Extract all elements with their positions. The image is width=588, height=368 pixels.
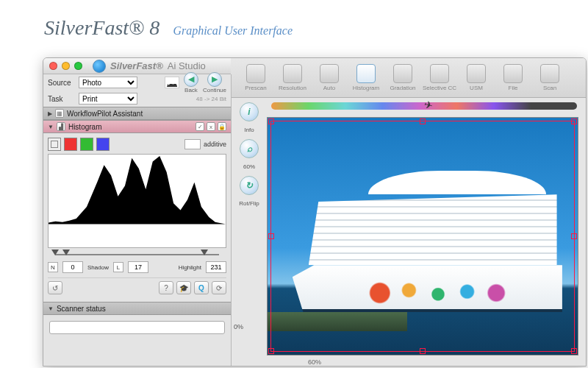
toolbar-scan[interactable]: Scan — [532, 64, 567, 91]
zoom-icon[interactable] — [74, 62, 82, 70]
histogram-header[interactable]: ▼ ▟ Histogram ✓ x 🔒 — [43, 120, 231, 133]
histogram-footer-icons: ↺ ? 🎓 Q ⟳ — [48, 277, 226, 297]
source-select[interactable]: Photo — [79, 77, 137, 88]
selective cc-icon — [430, 64, 449, 83]
preview-area[interactable] — [267, 117, 578, 355]
zoom-footer: 60% — [308, 358, 321, 366]
shadow-label: Shadow — [87, 264, 109, 271]
channel-green-button[interactable] — [80, 138, 93, 151]
scan-icon — [540, 64, 559, 83]
app-edition: Ai Studio — [168, 60, 206, 71]
title-sub: Graphical User Interface — [173, 24, 293, 38]
resolution-icon — [283, 64, 302, 83]
histogram-chart — [48, 154, 226, 248]
n-toggle[interactable]: N — [48, 262, 58, 272]
task-select[interactable]: Print — [79, 93, 137, 105]
cancel-icon[interactable]: x — [207, 122, 215, 131]
histogram-icon — [356, 64, 376, 83]
continue-arrow-icon: ▶ — [207, 72, 222, 87]
expert-icon[interactable]: 🎓 — [176, 281, 191, 294]
apply-icon[interactable]: ✓ — [196, 122, 204, 131]
rotflip-label: Rot/Flip — [239, 201, 259, 207]
expand-icon: ▼ — [48, 305, 54, 312]
panel-title: WorkflowPilot Assistant — [67, 110, 143, 118]
channel-blue-button[interactable] — [96, 138, 110, 151]
gradation-icon — [393, 64, 412, 83]
close-icon[interactable] — [49, 62, 57, 70]
help-icon[interactable]: ? — [159, 281, 173, 294]
zoom-button[interactable]: ⌕ — [240, 139, 259, 158]
file-icon — [503, 64, 523, 83]
workflow-assistant-icon: ▦ — [55, 109, 64, 118]
shadow-input[interactable] — [62, 261, 83, 273]
progress-bar: 0% — [49, 321, 225, 334]
histogram-values: N Shadow L Highlight — [48, 261, 226, 273]
minimize-icon[interactable] — [62, 62, 70, 70]
usm-icon — [467, 64, 486, 83]
histogram-area-icon — [49, 155, 226, 224]
expand-icon: ▼ — [48, 124, 54, 130]
channel-row: additive — [48, 138, 226, 151]
panel-title: Histogram — [68, 123, 102, 131]
reset-icon[interactable]: ↺ — [48, 281, 62, 294]
collapse-icon: ▶ — [48, 110, 52, 117]
continue-button[interactable]: ▶ Continue — [203, 72, 226, 93]
mode-icon — [184, 139, 201, 149]
scanner-status-header[interactable]: ▼ Scanner status — [43, 302, 231, 315]
workflow-assistant-header[interactable]: ▶ ▦ WorkflowPilot Assistant — [43, 107, 231, 120]
preview-image — [268, 118, 578, 355]
page-title: SilverFast® 8 Graphical User Interface — [0, 0, 588, 46]
toolbar-auto[interactable]: Auto — [312, 64, 347, 91]
app-window: SilverFast® Ai Studio WorkflowPilot Pres… — [43, 57, 587, 367]
vertical-toolbar: i Info ⌕ 60% ↻ Rot/Flip — [236, 102, 262, 207]
shadow-handle[interactable] — [51, 250, 59, 255]
highlight-handle[interactable] — [201, 250, 208, 255]
window-controls — [49, 62, 82, 70]
progress-percent: 0% — [234, 323, 243, 330]
histogram-slider[interactable] — [48, 251, 226, 258]
l-toggle[interactable]: L — [113, 262, 123, 272]
panel-title: Scanner status — [57, 305, 106, 313]
lock-icon[interactable]: 🔒 — [218, 122, 226, 131]
toolbar-resolution[interactable]: Resolution — [275, 64, 310, 91]
source-row: Source Photo ◀ Back ▶ Continue — [43, 74, 231, 91]
toolbar-selective-cc[interactable]: Selective CC — [422, 64, 457, 91]
histogram-icon: ▟ — [57, 122, 65, 131]
task-label: Task — [48, 95, 76, 103]
scanner-status-panel: 0% — [43, 315, 231, 340]
title-main: SilverFast® 8 — [44, 16, 159, 40]
toolbar-gradation[interactable]: Gradation — [385, 64, 420, 91]
svg-marker-0 — [49, 156, 226, 224]
source-label: Source — [48, 79, 76, 87]
left-panel: Source Photo ◀ Back ▶ Continue Task Prin… — [43, 74, 232, 366]
back-button[interactable]: ◀ Back — [184, 72, 198, 93]
back-arrow-icon: ◀ — [184, 72, 198, 87]
info-label: Info — [244, 127, 254, 133]
toolbar-usm[interactable]: USM — [459, 64, 494, 91]
toolbar-prescan[interactable]: Prescan — [238, 64, 273, 91]
quicktime-icon[interactable]: Q — [194, 281, 209, 294]
zoom-label: 60% — [243, 164, 255, 170]
app-name: SilverFast® — [110, 60, 163, 71]
highlight-label: Highlight — [179, 264, 201, 271]
auto-icon — [320, 64, 339, 83]
histogram-thumb-icon — [165, 77, 179, 88]
toolbar-histogram[interactable]: Histogram — [348, 64, 384, 91]
app-brand: SilverFast® Ai Studio — [93, 60, 206, 73]
refresh-icon[interactable]: ⟳ — [212, 281, 226, 294]
bit-depth-label: 48 -> 24 Bit — [196, 96, 226, 102]
mid-handle[interactable] — [62, 250, 70, 255]
mid-input[interactable] — [128, 261, 148, 273]
histogram-mode[interactable]: additive — [184, 139, 226, 149]
airplane-icon[interactable]: ✈ — [423, 99, 434, 113]
info-button[interactable]: i — [240, 102, 259, 121]
rotate-flip-button[interactable]: ↻ — [240, 176, 259, 195]
channel-red-button[interactable] — [64, 138, 77, 151]
channel-all-button[interactable] — [48, 138, 61, 151]
app-logo-icon — [93, 60, 106, 73]
histogram-panel: additive N Shadow L Highlight — [43, 133, 231, 302]
highlight-input[interactable] — [206, 261, 226, 273]
main-toolbar: PrescanResolutionAutoHistogramGradationS… — [231, 58, 586, 98]
toolbar-file[interactable]: File — [495, 64, 531, 91]
color-progress-track[interactable]: ✈ — [271, 102, 577, 110]
